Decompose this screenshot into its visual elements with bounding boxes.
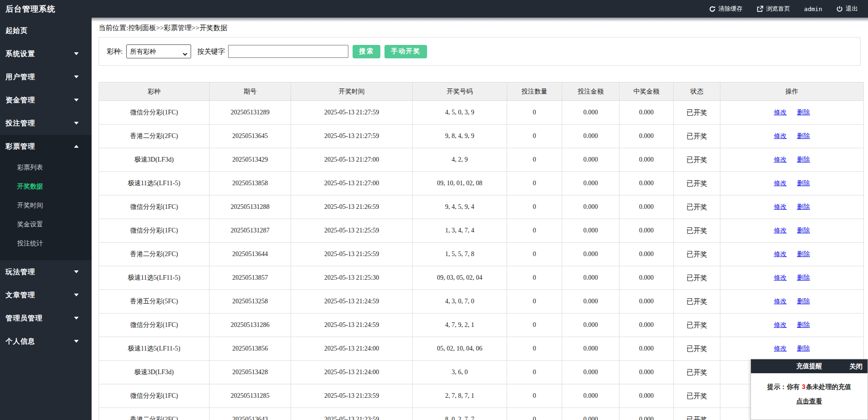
delete-link[interactable]: 删除 [797, 321, 810, 328]
refresh-icon [709, 6, 716, 13]
sidebar-item[interactable]: 用户管理 [0, 65, 92, 88]
sidebar-subitem[interactable]: 投注统计 [0, 234, 92, 253]
sidebar-item[interactable]: 资金管理 [0, 88, 92, 112]
sidebar-item-label: 彩票管理 [6, 142, 35, 151]
edit-link[interactable]: 修改 [774, 321, 787, 328]
edit-link[interactable]: 修改 [774, 156, 787, 163]
status-badge: 已开奖 [674, 290, 720, 313]
table-cell: 微信分分彩(1FC) [99, 313, 210, 337]
delete-link[interactable]: 删除 [797, 274, 810, 281]
delete-link[interactable]: 删除 [797, 226, 810, 234]
sidebar-item[interactable]: 起始页 [0, 19, 92, 42]
table-cell: 极速3D(LF3d) [99, 148, 210, 172]
delete-link[interactable]: 删除 [797, 250, 810, 257]
edit-link[interactable]: 修改 [774, 108, 787, 116]
sidebar-item[interactable]: 管理员管理 [0, 307, 92, 330]
table-cell: 香港五分彩(5FC) [99, 290, 210, 313]
edit-link[interactable]: 修改 [774, 345, 787, 352]
chevron-down-icon [74, 75, 79, 78]
table-cell: 0.000 [620, 195, 674, 219]
lottery-type-label: 彩种: [107, 47, 123, 56]
clear-cache-button[interactable]: 清除缓存 [709, 5, 743, 13]
browse-home-button[interactable]: 浏览首页 [756, 5, 790, 13]
sidebar-item[interactable]: 彩票管理 [0, 135, 92, 158]
sidebar-item[interactable]: 系统设置 [0, 42, 92, 65]
table-cell: 20250513856 [210, 337, 291, 361]
column-header: 状态 [674, 82, 720, 101]
table-cell: 2025-05-13 21:25:30 [291, 266, 413, 290]
delete-link[interactable]: 删除 [797, 203, 810, 210]
table-row: 微信分分彩(1FC)2025051312882025-05-13 21:26:5… [99, 195, 864, 219]
sidebar-item[interactable]: 文章管理 [0, 283, 92, 307]
table-cell: 0.000 [620, 361, 674, 384]
search-button[interactable]: 搜索 [353, 45, 380, 58]
lottery-type-select[interactable]: 所有彩种 [127, 45, 191, 58]
table-cell: 0 [507, 243, 562, 266]
delete-link[interactable]: 删除 [797, 297, 810, 305]
table-cell: 2025-05-13 21:25:59 [291, 219, 413, 243]
actions-cell: 修改删除 [720, 172, 864, 195]
chevron-down-icon [74, 340, 79, 343]
table-row: 微信分分彩(1FC)2025051312852025-05-13 21:23:5… [99, 384, 864, 408]
sidebar-item[interactable]: 玩法管理 [0, 260, 92, 283]
sidebar-item[interactable]: 投注管理 [0, 112, 92, 135]
column-header: 中奖金额 [620, 82, 674, 101]
sidebar-subitem-active[interactable]: 开奖数据 [0, 177, 92, 196]
table-cell: 2025-05-13 21:24:00 [291, 337, 413, 361]
delete-link[interactable]: 删除 [797, 156, 810, 163]
keyword-input[interactable] [228, 45, 348, 58]
table-cell: 0.000 [562, 101, 620, 125]
table-cell: 0.000 [620, 219, 674, 243]
table-cell: 0 [507, 290, 562, 313]
sidebar-item-label: 系统设置 [6, 50, 35, 58]
sidebar-subitem[interactable]: 奖金设置 [0, 215, 92, 234]
table-cell: 2025-05-13 21:24:00 [291, 361, 413, 384]
edit-link[interactable]: 修改 [774, 179, 787, 187]
edit-link[interactable]: 修改 [774, 297, 787, 305]
table-cell: 2025-05-13 21:27:59 [291, 125, 413, 148]
table-cell: 香港二分彩(2FC) [99, 125, 210, 148]
delete-link[interactable]: 删除 [797, 345, 810, 352]
table-head: 彩种期号开奖时间开奖号码投注数量投注金额中奖金额状态操作 [99, 82, 864, 101]
chevron-up-icon [74, 145, 79, 148]
delete-link[interactable]: 删除 [797, 132, 810, 139]
edit-link[interactable]: 修改 [774, 274, 787, 281]
popup-close-button[interactable]: 关闭 [849, 359, 862, 373]
table-cell: 0.000 [620, 408, 674, 420]
recharge-alert-popup: 充值提醒 关闭 提示：你有 3条未处理的充值 点击查看 [750, 359, 868, 420]
table-cell: 极速11选5(LF11-5) [99, 337, 210, 361]
table-cell: 0 [507, 125, 562, 148]
table-cell: 20250513429 [210, 148, 291, 172]
delete-link[interactable]: 删除 [797, 108, 810, 116]
chevron-down-icon [74, 52, 79, 55]
edit-link[interactable]: 修改 [774, 226, 787, 234]
table-cell: 0.000 [562, 125, 620, 148]
table-row: 香港二分彩(2FC)202505136452025-05-13 21:27:59… [99, 125, 864, 148]
keyword-label: 按关键字 [197, 47, 225, 56]
popup-title: 充值提醒 [796, 362, 822, 370]
table-cell: 0.000 [562, 290, 620, 313]
status-badge: 已开奖 [674, 243, 720, 266]
topbar: 后台管理系统 清除缓存 浏览首页 admin 退出 [0, 0, 868, 18]
edit-link[interactable]: 修改 [774, 203, 787, 210]
table-cell: 4, 7, 9, 2, 1 [413, 313, 507, 337]
logout-button[interactable]: 退出 [836, 5, 858, 13]
table-cell: 202505131287 [210, 219, 291, 243]
table-cell: 0 [507, 361, 562, 384]
edit-link[interactable]: 修改 [774, 250, 787, 257]
delete-link[interactable]: 删除 [797, 179, 810, 187]
table-cell: 0 [507, 172, 562, 195]
sidebar-subitem[interactable]: 彩票列表 [0, 158, 92, 177]
actions-cell: 修改删除 [720, 148, 864, 172]
view-recharges-link[interactable]: 点击查看 [796, 397, 822, 406]
manual-draw-button[interactable]: 手动开奖 [384, 45, 427, 58]
table-row: 香港二分彩(2FC)202505136432025-05-13 21:23:59… [99, 408, 864, 420]
sidebar-subitem[interactable]: 开奖时间 [0, 196, 92, 215]
sidebar-item[interactable]: 个人信息 [0, 330, 92, 353]
edit-link[interactable]: 修改 [774, 132, 787, 139]
column-header: 投注数量 [507, 82, 562, 101]
status-badge: 已开奖 [674, 219, 720, 243]
chevron-down-icon [74, 99, 79, 101]
table-cell: 8, 0, 2, 7, 7 [413, 408, 507, 420]
status-badge: 已开奖 [674, 172, 720, 195]
